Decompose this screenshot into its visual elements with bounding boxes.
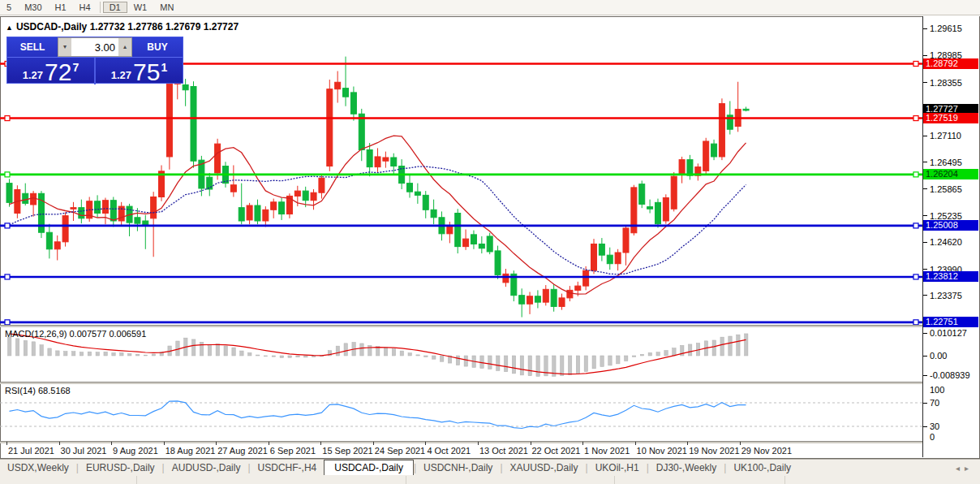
macd-histogram-bar bbox=[737, 335, 740, 356]
chart-tab-dj30-weekly[interactable]: DJ30-,Weekly bbox=[649, 461, 724, 474]
timeframe-button-5[interactable]: 5 bbox=[0, 2, 18, 13]
date-tick bbox=[687, 442, 688, 445]
candle bbox=[102, 198, 108, 225]
line-handle[interactable] bbox=[913, 320, 918, 325]
candle bbox=[271, 199, 277, 218]
chart-tab-usdx-weekly[interactable]: USDX,Weekly bbox=[0, 461, 76, 474]
rsi-label: RSI(14) 68.5168 bbox=[5, 386, 71, 395]
candle bbox=[383, 152, 389, 168]
candle bbox=[511, 270, 517, 301]
macd-histogram-bar bbox=[584, 356, 587, 372]
candle bbox=[551, 284, 557, 312]
price-tick bbox=[923, 55, 927, 56]
line-handle[interactable] bbox=[5, 274, 10, 279]
symbol-label: USDCAD-,Daily bbox=[16, 21, 87, 32]
tab-scroll-right-icon[interactable]: ▸ bbox=[965, 464, 974, 473]
candle bbox=[255, 200, 260, 225]
chart-tab-usdcnh-daily[interactable]: USDCNH-,Daily bbox=[416, 461, 500, 474]
chart-tab-usdchf-h4[interactable]: USDCHF-,H4 bbox=[251, 461, 325, 474]
chart-tab-uk100-daily[interactable]: UK100-,Daily bbox=[726, 461, 798, 474]
macd-histogram-bar bbox=[424, 356, 428, 357]
candle bbox=[335, 71, 341, 103]
chart-tab-eurusd-daily[interactable]: EURUSD-,Daily bbox=[79, 461, 162, 474]
macd-histogram-bar bbox=[232, 348, 235, 356]
macd-histogram-bar bbox=[120, 352, 123, 356]
rsi-axis-label: 30 bbox=[930, 421, 939, 431]
chart-tab-audusd-daily[interactable]: AUDUSD-,Daily bbox=[165, 461, 248, 474]
macd-histogram-bar bbox=[272, 356, 275, 357]
chart-tab-ukoil-h1[interactable]: UKOil-,H1 bbox=[588, 461, 647, 474]
timeframe-button-w1[interactable]: W1 bbox=[127, 2, 154, 13]
line-handle[interactable] bbox=[5, 223, 10, 228]
macd-histogram-bar bbox=[384, 348, 387, 356]
candle bbox=[62, 212, 68, 246]
macd-histogram-bar bbox=[104, 352, 107, 356]
candle bbox=[647, 200, 653, 214]
sell-price-sup: 7 bbox=[72, 61, 79, 74]
macd-histogram-bar bbox=[640, 354, 643, 356]
price-badge-blue: 1.23812 bbox=[923, 271, 978, 282]
timeframe-button-h4[interactable]: H4 bbox=[73, 2, 97, 13]
date-label: 1 Nov 2021 bbox=[584, 446, 630, 456]
line-handle[interactable] bbox=[913, 172, 918, 177]
macd-panel-divider[interactable] bbox=[0, 325, 978, 327]
timeframe-toolbar: 5M30H1H4D1W1MN bbox=[0, 0, 980, 15]
line-handle[interactable] bbox=[5, 172, 10, 177]
macd-histogram-bar bbox=[648, 352, 651, 356]
rsi-indicator-canvas[interactable] bbox=[0, 383, 922, 443]
volume-decrease-icon[interactable]: ▾ bbox=[58, 38, 71, 56]
date-label: 19 Nov 2021 bbox=[689, 446, 739, 456]
candle bbox=[655, 199, 660, 228]
chart-tab-usdcad-daily[interactable]: USDCAD-,Daily bbox=[324, 460, 414, 476]
macd-histogram-bar bbox=[673, 348, 676, 356]
candle bbox=[431, 200, 436, 225]
macd-histogram-bar bbox=[520, 356, 523, 375]
line-handle[interactable] bbox=[913, 223, 918, 228]
line-handle[interactable] bbox=[913, 116, 918, 121]
macd-histogram-bar bbox=[264, 356, 267, 357]
toolbar-divider bbox=[100, 2, 101, 13]
candle bbox=[615, 249, 621, 270]
volume-increase-icon[interactable]: ▴ bbox=[118, 38, 131, 56]
macd-histogram-bar bbox=[128, 353, 131, 356]
macd-histogram-bar bbox=[432, 356, 436, 359]
price-tick-label: 1.26495 bbox=[930, 158, 962, 167]
line-handle[interactable] bbox=[5, 320, 10, 325]
candle bbox=[327, 80, 333, 171]
macd-histogram-bar bbox=[96, 352, 99, 356]
volume-input[interactable] bbox=[71, 38, 118, 56]
date-tick bbox=[740, 442, 741, 445]
macd-histogram-bar bbox=[360, 344, 363, 356]
candle bbox=[279, 198, 285, 220]
candle bbox=[118, 202, 124, 227]
sell-button[interactable]: SELL bbox=[7, 37, 58, 57]
line-handle[interactable] bbox=[913, 274, 918, 279]
candle bbox=[695, 163, 701, 180]
macd-label: MACD(12,26,9) 0.007577 0.006591 bbox=[5, 329, 146, 339]
timeframe-button-m30[interactable]: M30 bbox=[18, 2, 48, 13]
timeframe-button-d1[interactable]: D1 bbox=[103, 2, 127, 13]
macd-histogram-bar bbox=[304, 356, 307, 357]
macd-histogram-bar bbox=[561, 356, 564, 376]
macd-histogram-bar bbox=[592, 356, 595, 369]
tab-scroll-left-icon[interactable]: ◂ bbox=[956, 464, 965, 473]
candle bbox=[623, 225, 629, 266]
macd-histogram-bar bbox=[280, 356, 283, 357]
candle bbox=[591, 239, 597, 274]
buy-price[interactable]: 1.27 75 1 bbox=[96, 58, 183, 84]
line-handle[interactable] bbox=[5, 116, 10, 121]
collapse-panel-icon[interactable]: ▲ bbox=[6, 24, 13, 32]
rsi-panel-divider[interactable] bbox=[0, 382, 978, 384]
timeframe-button-h1[interactable]: H1 bbox=[49, 2, 73, 13]
buy-button[interactable]: BUY bbox=[132, 37, 183, 57]
macd-histogram-bar bbox=[568, 356, 571, 375]
line-handle[interactable] bbox=[913, 61, 918, 66]
timeframe-button-mn[interactable]: MN bbox=[153, 2, 180, 13]
price-tick bbox=[923, 188, 927, 189]
candle bbox=[6, 179, 12, 206]
sell-price[interactable]: 1.27 72 7 bbox=[7, 58, 94, 84]
tab-scroll-arrows[interactable]: ◂▸ bbox=[956, 464, 974, 473]
candle bbox=[663, 194, 668, 223]
macd-histogram-bar bbox=[32, 342, 35, 356]
chart-tab-xauusd-daily[interactable]: XAUUSD-,Daily bbox=[503, 461, 586, 474]
